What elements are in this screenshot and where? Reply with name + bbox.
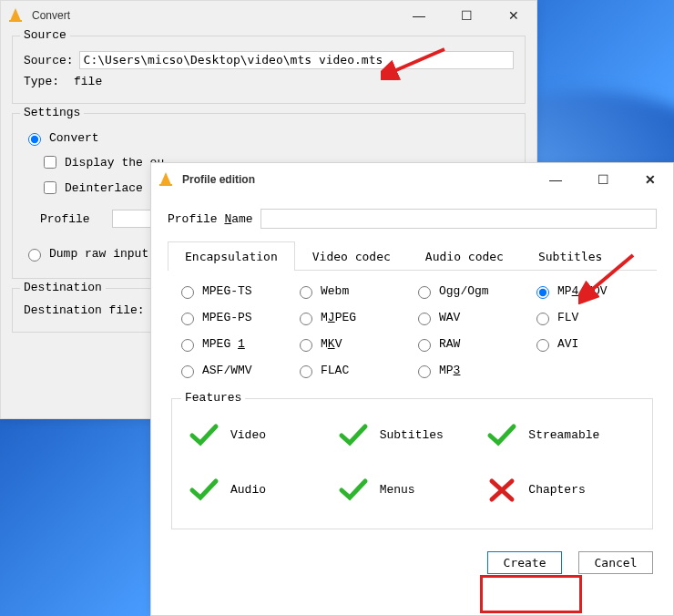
radio-mkv[interactable] [300, 339, 312, 352]
display-output-label[interactable]: Display the ou [65, 156, 164, 169]
close-icon[interactable]: ✕ [500, 8, 527, 23]
radio-mpeg-ts-label[interactable]: MPEG-TS [202, 284, 252, 298]
radio-avi[interactable] [536, 339, 549, 352]
radio-asf-wmv[interactable] [181, 365, 194, 378]
radio-mpeg-1[interactable] [181, 339, 194, 352]
x-icon [486, 476, 517, 503]
convert-radio-label[interactable]: Convert [49, 131, 99, 145]
deinterlace-checkbox[interactable] [44, 181, 56, 194]
features-group: Features Video Subtitles Streamable Audi… [171, 398, 653, 529]
convert-radio[interactable] [28, 133, 41, 146]
minimize-icon[interactable]: — [542, 172, 569, 187]
feature-menus: Menus [380, 483, 415, 497]
type-value: file [74, 75, 102, 88]
profile-name-label: Profile Name [168, 212, 253, 226]
profile-name-input[interactable] [260, 209, 657, 229]
radio-raw[interactable] [418, 339, 431, 352]
tab-encapsulation[interactable]: Encapsulation [168, 241, 295, 271]
feature-audio: Audio [230, 483, 266, 497]
feature-chapters: Chapters [528, 483, 585, 497]
check-icon [189, 421, 220, 448]
radio-flv[interactable] [536, 313, 549, 325]
display-output-checkbox[interactable] [44, 156, 56, 169]
tab-video-codec[interactable]: Video codec [295, 241, 408, 271]
radio-mjpeg-label[interactable]: MJPEG [321, 311, 356, 324]
tab-subtitles[interactable]: Subtitles [521, 241, 619, 271]
radio-raw-label[interactable]: RAW [439, 337, 460, 351]
feature-video: Video [230, 428, 266, 442]
radio-webm[interactable] [300, 286, 312, 299]
check-icon [486, 421, 517, 448]
features-legend: Features [181, 391, 245, 405]
profile-edition-window: Profile edition — ☐ ✕ Profile Name Encap… [150, 162, 674, 616]
radio-mp3[interactable] [418, 365, 431, 378]
radio-flac[interactable] [300, 365, 312, 378]
minimize-icon[interactable]: — [405, 8, 433, 23]
tabs: Encapsulation Video codec Audio codec Su… [168, 241, 657, 271]
create-button[interactable]: Create [487, 551, 562, 574]
source-legend: Source [20, 28, 70, 42]
check-icon [338, 421, 369, 448]
source-label: Source: [24, 54, 74, 67]
radio-asf-wmv-label[interactable]: ASF/WMV [202, 364, 252, 377]
radio-wav[interactable] [418, 313, 431, 325]
radio-flv-label[interactable]: FLV [557, 311, 578, 324]
close-icon[interactable]: ✕ [637, 172, 664, 187]
convert-titlebar[interactable]: Convert — ☐ ✕ [1, 1, 536, 30]
encapsulation-options: MPEG-TS Webm Ogg/Ogm MP4/MOV MPEG-PS MJP… [168, 271, 657, 385]
radio-mp3-label[interactable]: MP3 [439, 364, 460, 377]
radio-webm-label[interactable]: Webm [321, 284, 349, 298]
radio-mjpeg[interactable] [300, 313, 312, 325]
check-icon [189, 476, 220, 503]
radio-flac-label[interactable]: FLAC [321, 364, 349, 377]
destination-file-label: Destination file: [24, 303, 145, 317]
maximize-icon[interactable]: ☐ [453, 8, 480, 23]
radio-mpeg-ps[interactable] [181, 313, 194, 325]
radio-avi-label[interactable]: AVI [557, 337, 578, 351]
check-icon [338, 476, 369, 503]
profile-title: Profile edition [182, 173, 255, 186]
feature-subtitles: Subtitles [380, 428, 444, 442]
vlc-icon [10, 8, 25, 23]
maximize-icon[interactable]: ☐ [589, 172, 617, 187]
dump-raw-radio[interactable] [28, 249, 41, 262]
radio-ogg-label[interactable]: Ogg/Ogm [439, 284, 489, 298]
source-path-field[interactable]: C:\Users\micso\Desktop\video\mts video.m… [79, 51, 514, 69]
radio-mpeg-ps-label[interactable]: MPEG-PS [202, 311, 252, 324]
radio-mp4-mov[interactable] [536, 286, 549, 299]
radio-mpeg-1-label[interactable]: MPEG 1 [202, 337, 245, 351]
radio-mp4-mov-label[interactable]: MP4/MOV [557, 284, 608, 298]
radio-mpeg-ts[interactable] [181, 286, 194, 299]
profile-titlebar[interactable]: Profile edition — ☐ ✕ [151, 163, 673, 196]
settings-legend: Settings [20, 106, 84, 119]
dump-raw-label[interactable]: Dump raw input [49, 247, 148, 261]
feature-streamable: Streamable [528, 428, 599, 442]
tab-audio-codec[interactable]: Audio codec [408, 241, 521, 271]
source-group: Source Source: C:\Users\micso\Desktop\vi… [12, 36, 526, 104]
convert-title: Convert [32, 9, 70, 22]
radio-mkv-label[interactable]: MKV [321, 337, 342, 351]
vlc-icon [160, 172, 175, 187]
radio-wav-label[interactable]: WAV [439, 311, 460, 324]
radio-ogg[interactable] [418, 286, 431, 299]
cancel-button[interactable]: Cancel [578, 551, 653, 574]
deinterlace-label[interactable]: Deinterlace [65, 181, 143, 195]
type-label: Type: [24, 75, 59, 88]
destination-legend: Destination [20, 281, 106, 294]
profile-label: Profile [40, 212, 90, 226]
